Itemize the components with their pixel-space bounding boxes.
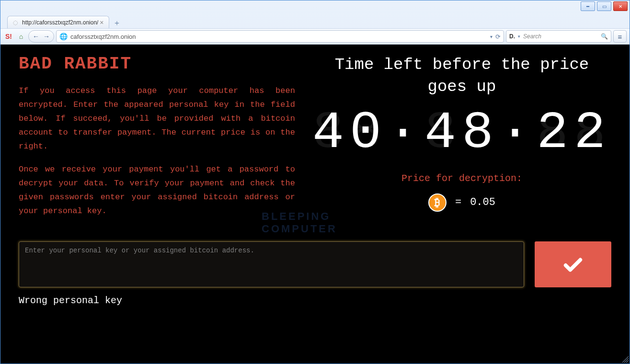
countdown-timer: 88·88·88 40·48·22 xyxy=(312,107,611,159)
url-history-dropdown-icon[interactable]: ▾ xyxy=(490,34,493,39)
nav-button-group: ← → xyxy=(28,30,54,43)
browser-window: ━ ▭ ✕ ◌ http://caforssztxqzf2nm.onion/ ×… xyxy=(0,0,630,364)
window-titlebar: ━ ▭ ✕ xyxy=(0,0,630,14)
watermark-line: COMPUTER xyxy=(262,223,337,235)
window-minimize-button[interactable]: ━ xyxy=(581,1,595,11)
search-icon[interactable]: 🔍 xyxy=(601,33,608,40)
reload-icon[interactable]: ⟳ xyxy=(495,33,501,40)
url-bar[interactable]: 🌐 caforssztxqzf2nm.onion ▾ ⟳ xyxy=(56,30,504,43)
tab-favicon-icon: ◌ xyxy=(11,19,19,26)
search-engine-dropdown-icon[interactable]: ▾ xyxy=(518,34,520,39)
extension-home-icon[interactable]: ⌂ xyxy=(16,31,26,42)
error-message: Wrong personal key xyxy=(19,295,611,306)
nav-forward-button[interactable]: → xyxy=(41,31,52,42)
countdown-label: Time left before the price goes up xyxy=(312,54,611,98)
url-text: caforssztxqzf2nm.onion xyxy=(70,33,487,40)
search-placeholder: Search xyxy=(523,33,598,40)
bleeping-computer-watermark: BLEEPING COMPUTER xyxy=(262,210,337,236)
new-tab-button[interactable]: ＋ xyxy=(111,18,123,28)
price-label: Price for decryption: xyxy=(401,173,522,184)
window-controls: ━ ▭ ✕ xyxy=(581,1,628,11)
personal-key-input[interactable] xyxy=(19,241,524,287)
key-form xyxy=(19,241,611,287)
search-bar[interactable]: D. ▾ Search 🔍 xyxy=(506,30,611,43)
globe-icon: 🌐 xyxy=(59,33,68,40)
intro-paragraph-1: If you access this page your computer ha… xyxy=(19,84,295,153)
price-row: ₿ = 0.05 xyxy=(428,193,495,212)
watermark-line: BLEEPING xyxy=(262,210,337,223)
bitcoin-icon: ₿ xyxy=(428,193,447,212)
window-close-button[interactable]: ✕ xyxy=(613,1,628,11)
tab-close-icon[interactable]: × xyxy=(98,19,105,26)
browser-tab[interactable]: ◌ http://caforssztxqzf2nm.onion/ × xyxy=(7,16,109,28)
hamburger-menu-button[interactable]: ≡ xyxy=(613,30,627,43)
browser-toolbar: S! ⌂ ← → 🌐 caforssztxqzf2nm.onion ▾ ⟳ D.… xyxy=(0,28,630,45)
price-amount: 0.05 xyxy=(470,196,495,208)
page-viewport: BLEEPING COMPUTER BAD RABBIT If you acce… xyxy=(0,45,630,364)
tab-strip: ◌ http://caforssztxqzf2nm.onion/ × ＋ xyxy=(0,14,630,28)
check-icon xyxy=(562,253,584,275)
timer-live-digits: 40·48·22 xyxy=(312,103,611,163)
equals-sign: = xyxy=(455,196,461,208)
tab-title: http://caforssztxqzf2nm.onion/ xyxy=(22,19,98,26)
extension-stumble-icon[interactable]: S! xyxy=(3,31,14,42)
page-title: BAD RABBIT xyxy=(19,54,295,74)
submit-button[interactable] xyxy=(535,241,611,287)
window-resize-grip[interactable] xyxy=(622,356,629,363)
nav-back-button[interactable]: ← xyxy=(31,31,41,42)
window-maximize-button[interactable]: ▭ xyxy=(597,1,611,11)
intro-paragraph-2: Once we receive your payment you'll get … xyxy=(19,163,295,218)
search-engine-icon: D. xyxy=(509,33,515,40)
